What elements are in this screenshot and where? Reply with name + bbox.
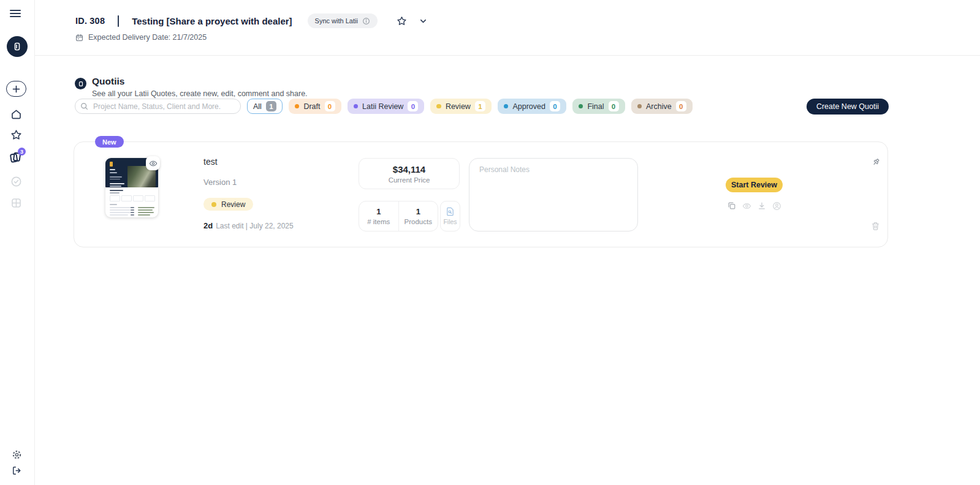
current-price-label: Current Price: [389, 176, 430, 184]
filter-count: 0: [550, 101, 560, 111]
card-action-icons: [727, 201, 781, 211]
quote-thumbnail[interactable]: [105, 158, 158, 217]
file-search-icon: [446, 207, 455, 216]
items-label: # items: [367, 218, 390, 225]
delivery-date-row: Expected Delivery Date: 21/7/2025: [75, 33, 207, 42]
filter-chip-latii-review[interactable]: Latii Review 0: [348, 99, 425, 114]
items-stat: 1 # items: [359, 201, 398, 231]
filter-label: Archive: [646, 102, 672, 111]
sync-with-latii-button[interactable]: Sync with Latii: [308, 13, 378, 28]
personal-notes-input[interactable]: [469, 158, 638, 231]
delivery-date-text: Expected Delivery Date: 21/7/2025: [88, 33, 207, 42]
search-icon: [80, 102, 88, 110]
filter-label: Final: [587, 102, 604, 111]
project-id: ID. 308: [75, 16, 105, 26]
preview-eye-icon[interactable]: [146, 156, 160, 170]
quotiis-section-header: Quotiis See all your Latii Quotes, creat…: [75, 76, 308, 98]
current-price-value: $34,114: [393, 164, 425, 175]
last-edit-age: 2d: [203, 221, 213, 230]
products-label: Products: [405, 218, 432, 225]
info-icon: [362, 17, 370, 25]
project-header: ID. 308 Testing [Share a proyect with de…: [35, 0, 980, 56]
filter-count: 0: [609, 101, 619, 111]
new-badge: New: [95, 136, 124, 148]
filter-label: Approved: [512, 102, 545, 111]
status-dot: [354, 104, 359, 109]
filter-count: 0: [408, 101, 418, 111]
files-label: Files: [443, 218, 457, 225]
app-window: 3 ID. 308 Testing [Share a proyect with …: [0, 0, 980, 485]
status-dot: [211, 202, 216, 207]
status-dot: [295, 104, 300, 109]
project-title: Testing [Share a proyect with dealer]: [132, 16, 292, 26]
gear-icon[interactable]: [12, 449, 22, 460]
filter-label: Draft: [303, 102, 320, 111]
status-dot: [579, 104, 583, 109]
files-button[interactable]: Files: [440, 201, 460, 231]
stats-box: 1 # items 1 Products: [359, 201, 438, 231]
filter-chip-draft[interactable]: Draft 0: [289, 99, 341, 114]
quote-version: Version 1: [203, 178, 237, 187]
logout-icon[interactable]: [12, 465, 22, 476]
filter-chip-approved[interactable]: Approved 0: [498, 99, 566, 114]
status-dot: [504, 104, 509, 109]
status-dot: [436, 104, 441, 109]
plus-icon[interactable]: [6, 81, 26, 97]
status-dot: [637, 104, 642, 109]
menu-icon[interactable]: [9, 8, 21, 19]
products-count: 1: [416, 207, 420, 216]
check-circle-icon[interactable]: [10, 176, 22, 187]
divider: [118, 15, 119, 27]
filter-chip-all[interactable]: All 1: [247, 99, 283, 114]
projects-badge: 3: [18, 148, 26, 156]
filter-row: All 1 Draft 0 Latii Review 0 Review 1 Ap…: [75, 99, 889, 114]
user-circle-icon[interactable]: [772, 201, 781, 211]
trash-icon[interactable]: [871, 222, 880, 231]
filter-chip-archive[interactable]: Archive 0: [631, 99, 693, 114]
view-icon[interactable]: [742, 201, 751, 211]
calendar-icon: [75, 34, 83, 42]
filter-count: 1: [266, 101, 276, 111]
start-review-button[interactable]: Start Review: [726, 178, 783, 192]
sidebar: 3: [0, 0, 35, 485]
chevron-down-icon[interactable]: [419, 17, 428, 26]
section-subtitle: See all your Latii Quotes, create new, e…: [92, 89, 308, 98]
last-edit-text: Last edit | July 22, 2025: [216, 222, 294, 230]
app-logo[interactable]: [7, 36, 28, 57]
star-icon[interactable]: [10, 129, 22, 141]
quote-card: New test Version 1 Review: [74, 141, 888, 247]
projects-icon[interactable]: 3: [9, 151, 23, 164]
pin-icon[interactable]: [872, 157, 881, 167]
favorite-star-icon[interactable]: [397, 16, 407, 26]
search-box: [75, 99, 241, 114]
create-new-quotii-button[interactable]: Create New Quotii: [807, 99, 889, 115]
quotiis-icon: [75, 78, 86, 89]
filter-count: 0: [676, 101, 686, 111]
current-price-box: $34,114 Current Price: [359, 158, 460, 189]
download-icon[interactable]: [758, 201, 766, 211]
filter-label: Latii Review: [362, 102, 403, 111]
section-title: Quotiis: [92, 76, 308, 87]
status-label: Review: [221, 200, 245, 209]
quote-name: test: [203, 157, 218, 167]
search-input[interactable]: [75, 99, 241, 114]
filter-label: All: [253, 102, 262, 111]
products-stat: 1 Products: [398, 201, 438, 231]
archive-box-icon[interactable]: [10, 197, 22, 209]
copy-icon[interactable]: [727, 201, 736, 211]
filter-chip-final[interactable]: Final 0: [572, 99, 625, 114]
filter-chip-review[interactable]: Review 1: [430, 99, 492, 114]
sync-label: Sync with Latii: [315, 17, 358, 24]
last-edit: 2dLast edit | July 22, 2025: [203, 221, 294, 230]
home-icon[interactable]: [10, 108, 22, 120]
status-badge: Review: [203, 198, 253, 211]
items-count: 1: [376, 207, 381, 216]
filter-label: Review: [446, 102, 471, 111]
filter-count: 1: [475, 101, 485, 111]
filter-count: 0: [325, 101, 335, 111]
